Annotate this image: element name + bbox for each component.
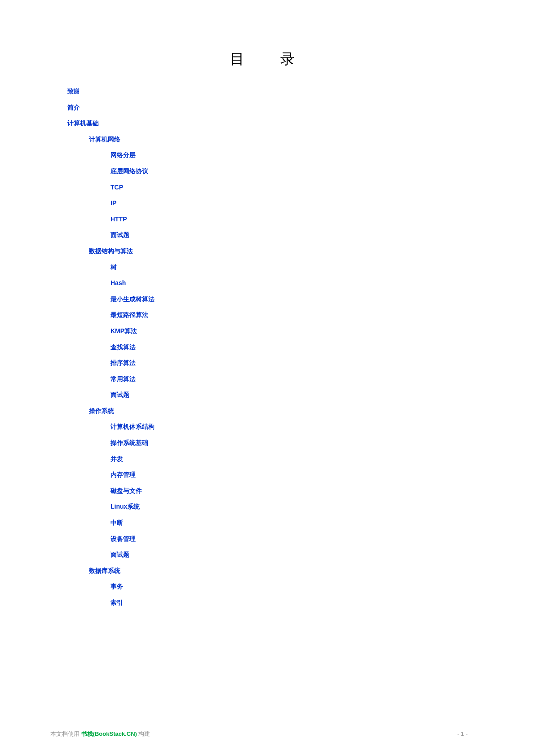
toc-link[interactable]: 最短路径算法: [111, 311, 535, 320]
footer-link[interactable]: 书栈(BookStack.CN): [81, 730, 137, 737]
page-number: - 1 -: [457, 730, 468, 737]
footer: 本文档使用 书栈(BookStack.CN) 构建 - 1 -: [50, 730, 468, 738]
toc-link[interactable]: 计算机体系结构: [111, 422, 535, 431]
toc-link[interactable]: 计算机基础: [67, 119, 535, 128]
toc-link[interactable]: 操作系统基础: [111, 439, 535, 448]
toc-link[interactable]: 面试题: [111, 550, 535, 559]
footer-suffix: 构建: [137, 730, 150, 737]
toc-link[interactable]: 索引: [111, 598, 535, 607]
toc-link[interactable]: IP: [111, 199, 535, 208]
toc-link[interactable]: 并发: [111, 455, 535, 464]
footer-left: 本文档使用 书栈(BookStack.CN) 构建: [50, 730, 150, 738]
toc-link[interactable]: 常用算法: [111, 375, 535, 384]
toc-link[interactable]: 网络分层: [111, 151, 535, 160]
toc-link[interactable]: 磁盘与文件: [111, 487, 535, 496]
toc-link[interactable]: 中断: [111, 519, 535, 527]
toc-link[interactable]: 面试题: [111, 391, 535, 400]
page-title: 目 录: [0, 0, 535, 69]
footer-prefix: 本文档使用: [50, 730, 81, 737]
toc-link[interactable]: HTTP: [111, 215, 535, 224]
table-of-contents: 致谢简介计算机基础计算机网络网络分层底层网络协议TCPIPHTTP面试题数据结构…: [67, 87, 535, 607]
toc-link[interactable]: 内存管理: [111, 470, 535, 479]
toc-link[interactable]: 事务: [111, 582, 535, 591]
toc-link[interactable]: 树: [111, 263, 535, 272]
toc-link[interactable]: Hash: [111, 279, 535, 288]
toc-link[interactable]: 面试题: [111, 231, 535, 240]
toc-link[interactable]: 排序算法: [111, 359, 535, 368]
toc-link[interactable]: 设备管理: [111, 535, 535, 544]
toc-link[interactable]: 数据结构与算法: [89, 247, 535, 256]
toc-link[interactable]: 查找算法: [111, 343, 535, 352]
toc-link[interactable]: 最小生成树算法: [111, 295, 535, 304]
toc-link[interactable]: 致谢: [67, 87, 535, 96]
toc-link[interactable]: Linux系统: [111, 502, 535, 511]
toc-link[interactable]: 计算机网络: [89, 135, 535, 144]
toc-link[interactable]: 操作系统: [89, 407, 535, 416]
toc-link[interactable]: TCP: [111, 183, 535, 192]
toc-link[interactable]: 底层网络协议: [111, 167, 535, 176]
toc-link[interactable]: KMP算法: [111, 327, 535, 336]
toc-link[interactable]: 简介: [67, 103, 535, 112]
toc-link[interactable]: 数据库系统: [89, 567, 535, 576]
